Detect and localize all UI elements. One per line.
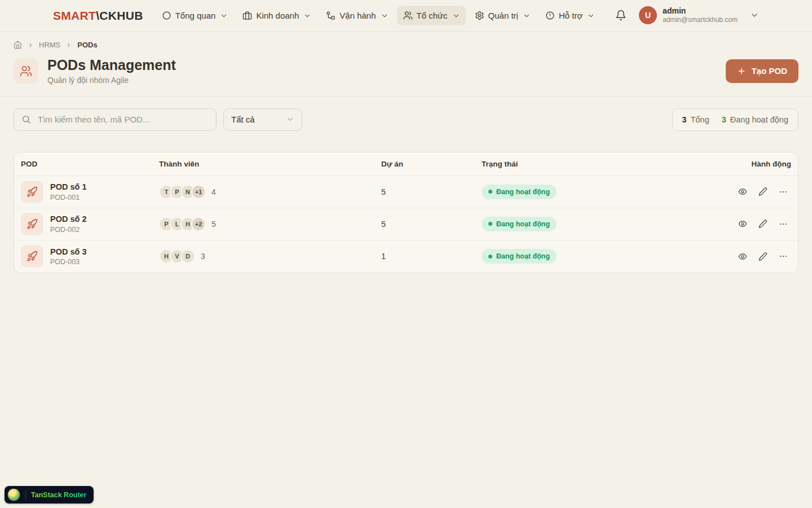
search-input[interactable] bbox=[37, 114, 209, 125]
app-logo-part2: \CKHUB bbox=[96, 9, 143, 22]
member-count: 3 bbox=[201, 252, 205, 261]
project-count: 5 bbox=[381, 187, 482, 196]
tanstack-devtools-badge[interactable]: TanStack Router bbox=[5, 486, 94, 503]
nav-item-admin[interactable]: Quản trị bbox=[469, 6, 537, 25]
stat-total-label: Tổng bbox=[691, 115, 709, 124]
column-header-pod: POD bbox=[21, 160, 159, 168]
users-icon bbox=[403, 11, 413, 20]
column-header-members: Thành viên bbox=[159, 160, 381, 168]
chevron-right-icon bbox=[27, 42, 34, 49]
edit-button[interactable] bbox=[755, 184, 771, 200]
pod-code: POD-003 bbox=[50, 258, 86, 266]
breadcrumb-item-hrms[interactable]: HRMS bbox=[39, 41, 60, 49]
chevron-down-icon bbox=[380, 12, 389, 20]
member-avatar: D bbox=[180, 249, 195, 264]
settings-icon bbox=[475, 11, 484, 20]
nav-item-operations[interactable]: Vận hành bbox=[320, 6, 394, 25]
stat-active: 3 Đang hoạt động bbox=[722, 115, 788, 124]
status-badge: Đang hoạt động bbox=[482, 185, 557, 199]
alert-circle-icon bbox=[545, 11, 555, 20]
user-avatar: U bbox=[639, 6, 657, 24]
create-pod-button[interactable]: Tạo POD bbox=[726, 59, 798, 83]
pod-code: POD-002 bbox=[50, 226, 86, 234]
column-header-status: Trạng thái bbox=[482, 160, 712, 168]
main-nav: Tổng quanKinh doanhVận hànhTổ chứcQuản t… bbox=[156, 6, 614, 25]
page-icon bbox=[14, 59, 38, 84]
search-box[interactable] bbox=[14, 108, 217, 131]
user-name: admin bbox=[663, 6, 738, 16]
member-avatars: HVD3 bbox=[159, 249, 381, 264]
member-count: 5 bbox=[211, 220, 216, 229]
app-logo[interactable]: SMART\CKHUB bbox=[53, 9, 143, 23]
divider bbox=[25, 491, 26, 500]
more-button[interactable] bbox=[775, 184, 791, 200]
more-button[interactable] bbox=[775, 248, 791, 264]
edit-button[interactable] bbox=[755, 216, 771, 232]
users-icon bbox=[20, 65, 32, 77]
rocket-icon bbox=[21, 213, 43, 235]
breadcrumb: HRMS PODs bbox=[14, 41, 798, 49]
page-header-section: HRMS PODs PODs Management Quản lý đội nh… bbox=[0, 32, 812, 97]
rocket-icon bbox=[21, 245, 43, 268]
stat-active-label: Đang hoạt động bbox=[730, 115, 788, 124]
chevron-down-icon bbox=[750, 11, 759, 20]
more-button[interactable] bbox=[775, 216, 791, 232]
notifications-button[interactable] bbox=[614, 8, 628, 22]
table-row[interactable]: POD số 1POD-001TPN+145Đang hoạt động bbox=[14, 176, 798, 208]
status-badge: Đang hoạt động bbox=[482, 217, 557, 231]
status-filter-value: Tất cả bbox=[231, 115, 255, 124]
search-icon bbox=[21, 115, 31, 124]
nav-item-organization[interactable]: Tổ chức bbox=[397, 6, 466, 25]
chevron-down-icon bbox=[286, 115, 294, 124]
app-logo-part1: SMART bbox=[53, 9, 96, 22]
nav-item-label: Tổ chức bbox=[417, 11, 448, 20]
pods-table: POD Thành viên Dự án Trạng thái Hành độn… bbox=[14, 152, 798, 273]
rocket-icon bbox=[21, 181, 43, 203]
status-label: Đang hoạt động bbox=[496, 220, 550, 228]
user-menu[interactable]: U admin admin@smartckhub.com bbox=[639, 6, 759, 24]
view-button[interactable] bbox=[735, 248, 751, 264]
bell-icon bbox=[615, 10, 626, 21]
chevron-down-icon bbox=[303, 12, 311, 20]
nav-item-support[interactable]: Hỗ trợ bbox=[539, 6, 601, 25]
nav-item-overview[interactable]: Tổng quan bbox=[156, 6, 235, 25]
project-count: 5 bbox=[381, 220, 482, 229]
tanstack-logo-icon bbox=[7, 488, 20, 501]
nav-item-label: Tổng quan bbox=[175, 11, 216, 20]
edit-button[interactable] bbox=[755, 248, 771, 264]
status-dot-icon bbox=[488, 255, 492, 259]
table-row[interactable]: POD số 3POD-003HVD31Đang hoạt động bbox=[14, 240, 798, 273]
circle-icon bbox=[162, 11, 171, 20]
member-avatar: +2 bbox=[191, 217, 206, 231]
home-icon[interactable] bbox=[14, 41, 22, 49]
status-filter-select[interactable]: Tất cả bbox=[223, 108, 302, 131]
create-pod-button-label: Tạo POD bbox=[752, 66, 787, 76]
status-dot-icon bbox=[488, 222, 492, 226]
view-button[interactable] bbox=[735, 216, 751, 232]
member-avatars: PLH+25 bbox=[159, 217, 381, 231]
view-button[interactable] bbox=[735, 184, 751, 200]
nav-item-business[interactable]: Kinh doanh bbox=[236, 6, 317, 25]
chevron-down-icon bbox=[452, 12, 460, 20]
nav-item-label: Vận hành bbox=[339, 11, 376, 20]
nav-item-label: Kinh doanh bbox=[256, 11, 299, 20]
status-badge: Đang hoạt động bbox=[482, 249, 557, 264]
toolbar: Tất cả 3 Tổng 3 Đang hoạt động bbox=[14, 108, 798, 131]
member-avatar: +1 bbox=[191, 185, 206, 199]
member-count: 4 bbox=[211, 187, 216, 196]
breadcrumb-item-pods: PODs bbox=[77, 41, 97, 49]
column-header-actions: Hành động bbox=[712, 160, 791, 168]
user-email: admin@smartckhub.com bbox=[663, 16, 738, 25]
chevron-down-icon bbox=[522, 12, 531, 20]
pod-name: POD số 1 bbox=[50, 182, 86, 192]
table-row[interactable]: POD số 2POD-002PLH+255Đang hoạt động bbox=[14, 208, 798, 240]
page-title: PODs Management bbox=[47, 58, 176, 73]
chevron-down-icon bbox=[586, 12, 595, 20]
main-content: Tất cả 3 Tổng 3 Đang hoạt động POD Thành… bbox=[0, 108, 812, 273]
page-subtitle: Quản lý đội nhóm Agile bbox=[47, 76, 176, 85]
top-navbar: SMART\CKHUB Tổng quanKinh doanhVận hànhT… bbox=[0, 0, 812, 32]
pod-code: POD-001 bbox=[50, 194, 86, 202]
pod-stats: 3 Tổng 3 Đang hoạt động bbox=[672, 108, 798, 131]
chevron-right-icon bbox=[65, 42, 72, 49]
pod-name: POD số 2 bbox=[50, 214, 86, 224]
